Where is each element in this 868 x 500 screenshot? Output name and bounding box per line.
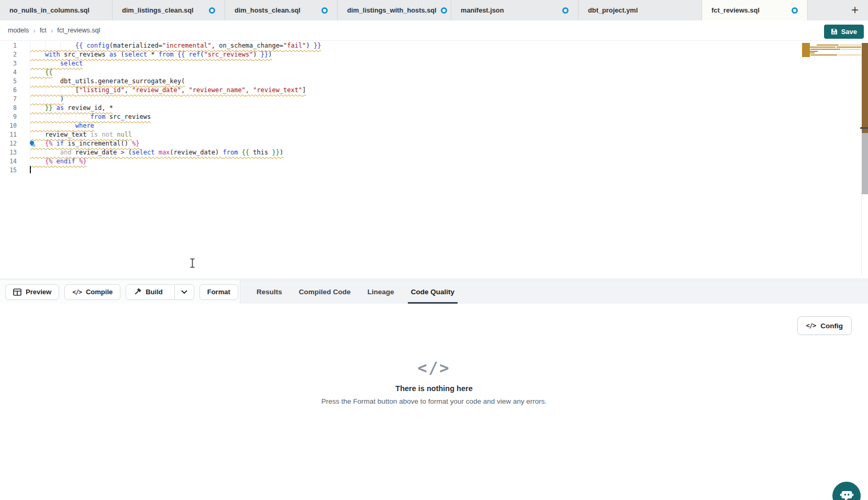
code-line-text: and review_date > (select max(review_dat…: [30, 148, 283, 157]
code-editor[interactable]: 1 {{ config(materialized="incremental", …: [0, 41, 868, 279]
code-brackets-icon: </>: [0, 359, 868, 377]
scrollbar-thumb[interactable]: [862, 133, 868, 194]
panel-tab-compiled-code[interactable]: Compiled Code: [291, 280, 359, 304]
file-tab-label: dim_listings_clean.sql: [122, 6, 194, 14]
code-line[interactable]: 3 select: [0, 59, 868, 68]
code-line-text: from src_reviews: [30, 113, 151, 121]
line-number: 1: [0, 41, 30, 50]
file-tab[interactable]: dbt_project.yml: [578, 0, 702, 20]
line-number: 13: [0, 148, 30, 157]
line-number: 2: [0, 50, 30, 59]
indent-guide: [75, 113, 76, 121]
code-brackets-icon: </>: [806, 322, 816, 329]
code-line-text: {{ config(materialized="incremental", on…: [30, 41, 321, 50]
unsaved-changes-dot-icon: [562, 7, 569, 14]
build-button-label: Build: [146, 288, 163, 296]
build-button[interactable]: Build: [126, 285, 170, 299]
code-line[interactable]: 6 ["listing_id", "review_date", "reviewe…: [0, 86, 868, 95]
file-tab-label: dbt_project.yml: [588, 6, 638, 14]
code-line-text: select: [30, 59, 83, 68]
new-tab-button[interactable]: +: [851, 2, 859, 18]
breadcrumb-item-models[interactable]: models: [8, 27, 29, 34]
compile-button[interactable]: </> Compile: [64, 284, 120, 300]
empty-state-title: There is nothing here: [0, 384, 868, 393]
indent-guide: [60, 121, 61, 130]
line-number: 8: [0, 104, 30, 113]
code-line[interactable]: 2 with src_reviews as (select * from {{ …: [0, 50, 868, 59]
build-options-dropdown[interactable]: [174, 285, 194, 299]
preview-button[interactable]: Preview: [5, 284, 59, 300]
line-number: 10: [0, 121, 30, 130]
mouse-cursor-ibeam: [190, 258, 196, 270]
result-panel-tabs: ResultsCompiled CodeLineageCode Quality: [248, 280, 463, 304]
unsaved-changes-dot-icon: [321, 7, 328, 14]
breadcrumb-item-file[interactable]: fct_reviews.sql: [57, 27, 100, 34]
save-button[interactable]: Save: [824, 25, 864, 39]
file-tab-bar: no_nulls_in_columns.sqldim_listings_clea…: [0, 0, 868, 20]
code-line[interactable]: 9 from src_reviews: [0, 113, 868, 121]
scrollbar-track-line: [861, 192, 862, 276]
code-line[interactable]: 5 dbt_utils.generate_surrogate_key(: [0, 77, 868, 86]
scrollbar-annotations: [862, 43, 868, 133]
breadcrumb: models › fct › fct_reviews.sql: [0, 20, 868, 41]
unsaved-changes-dot-icon: [441, 7, 447, 14]
chevron-down-icon: [181, 290, 187, 294]
editor-scrollbar[interactable]: [862, 43, 868, 278]
line-number: 7: [0, 95, 30, 104]
code-line[interactable]: 4 {{: [0, 68, 868, 77]
bottom-panel-bar: Preview </> Compile Build Format Results…: [0, 280, 868, 304]
code-line-text: dbt_utils.generate_surrogate_key(: [30, 77, 185, 86]
indent-guide: [30, 68, 30, 77]
indent-guide: [30, 59, 30, 68]
panel-tab-results[interactable]: Results: [248, 280, 291, 304]
indent-guide: [30, 157, 30, 166]
code-line[interactable]: 1 {{ config(materialized="incremental", …: [0, 41, 868, 50]
breadcrumb-item-fct[interactable]: fct: [40, 27, 47, 34]
file-tab[interactable]: dim_hosts_clean.sql: [225, 0, 338, 20]
editor-action-buttons: Preview </> Compile Build Format: [0, 280, 240, 304]
config-button[interactable]: </> Config: [797, 316, 852, 335]
code-line[interactable]: 15: [0, 166, 868, 175]
indent-guide: [30, 95, 30, 104]
code-line[interactable]: 8 }} as review_id, *: [0, 104, 868, 113]
code-line-text: {% endif %}: [30, 157, 86, 166]
code-line[interactable]: 12 {% if is_incremental() %}: [0, 139, 868, 148]
indent-guide: [30, 130, 30, 139]
file-tab[interactable]: fct_reviews.sql: [702, 0, 808, 20]
indent-guide: [30, 121, 30, 130]
code-line[interactable]: 13 and review_date > (select max(review_…: [0, 148, 868, 157]
file-tab[interactable]: no_nulls_in_columns.sql: [0, 0, 113, 20]
unsaved-changes-dot-icon: [209, 7, 215, 14]
code-line[interactable]: 10 where: [0, 121, 868, 130]
code-line-text: with src_reviews as (select * from {{ re…: [30, 50, 272, 59]
code-line[interactable]: 7 ): [0, 95, 868, 104]
indent-guide: [60, 86, 61, 95]
format-button-label: Format: [207, 288, 230, 296]
indent-guide: [30, 41, 30, 50]
line-number: 11: [0, 130, 30, 139]
line-number: 15: [0, 166, 30, 175]
file-tab[interactable]: manifest.json: [451, 0, 578, 20]
code-quality-panel: </> Config </> There is nothing here Pre…: [0, 304, 868, 500]
code-line-text: {% if is_incremental() %}: [30, 139, 140, 148]
breadcrumb-separator-icon: ›: [51, 27, 53, 35]
indent-guide: [60, 41, 61, 50]
file-tab[interactable]: dim_listings_with_hosts.sql: [338, 0, 451, 20]
file-tab-label: dim_hosts_clean.sql: [235, 6, 301, 14]
format-button[interactable]: Format: [199, 284, 238, 300]
code-brackets-icon: </>: [72, 288, 82, 296]
indent-guide: [30, 148, 30, 157]
code-line[interactable]: 11 review_text is not null: [0, 130, 868, 139]
config-button-label: Config: [820, 322, 843, 330]
indent-guide: [45, 113, 46, 121]
panel-tab-code-quality[interactable]: Code Quality: [403, 280, 463, 304]
panel-tab-lineage[interactable]: Lineage: [359, 280, 403, 304]
line-number: 6: [0, 86, 30, 95]
code-line-text: where: [30, 121, 94, 130]
file-tab[interactable]: dim_listings_clean.sql: [113, 0, 225, 20]
code-lines: 1 {{ config(materialized="incremental", …: [0, 41, 868, 175]
code-line-text: review_text is not null: [30, 130, 132, 139]
code-line[interactable]: 14 {% endif %}: [0, 157, 868, 166]
indent-guide: [45, 86, 46, 95]
indent-guide: [60, 113, 61, 121]
